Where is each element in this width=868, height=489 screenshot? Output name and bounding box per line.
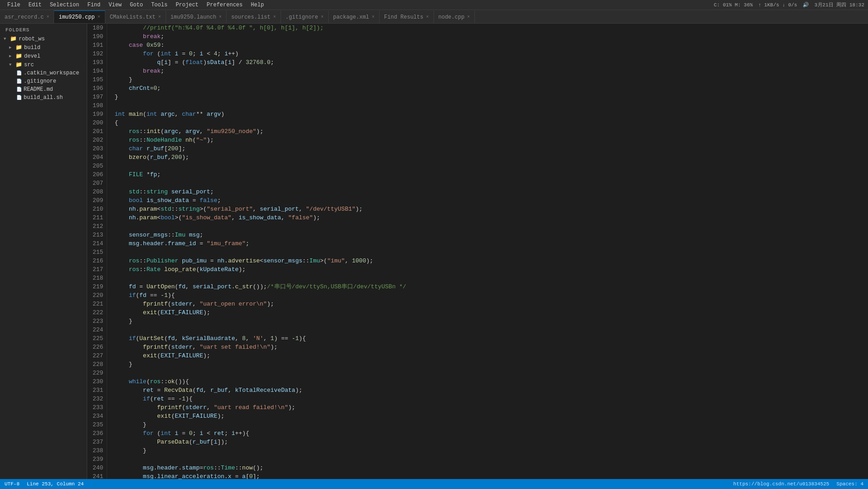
datetime-display: 3月21日 周四 18:32	[814, 1, 864, 8]
tab-imu9250-launch[interactable]: imu9250.launch ×	[166, 10, 227, 23]
menu-goto[interactable]: Goto	[126, 1, 147, 9]
sidebar: FOLDERS ▼ 📁 robot_ws ▶ 📁 build ▶ 📁 devel…	[0, 24, 87, 479]
menu-project[interactable]: Project	[172, 1, 202, 9]
tab-cmakelists[interactable]: CMakeLists.txt ×	[105, 10, 166, 23]
file-icon: 📄	[16, 70, 22, 76]
tab-label: package.xml	[333, 14, 369, 20]
tab-package-xml[interactable]: package.xml ×	[329, 10, 380, 23]
code-content[interactable]: //printf("h:%4.0f %4.0f %4.0f ", h[0], h…	[107, 24, 868, 479]
menu-file[interactable]: File	[4, 1, 24, 9]
code-editor[interactable]: 189 190 191 192 193 194 195 196 197 198 …	[87, 24, 868, 479]
sidebar-item-buildall[interactable]: 📄 build_all.sh	[0, 94, 87, 102]
tab-gitignore[interactable]: .gitignore ×	[281, 10, 329, 23]
tab-label: asr_record.c	[5, 14, 44, 20]
sidebar-label: src	[24, 62, 34, 68]
expand-arrow-icon: ▶	[9, 54, 14, 59]
tab-label: .gitignore	[286, 14, 318, 20]
tab-close-icon[interactable]: ×	[98, 15, 100, 20]
status-right: https://blog.csdn.net/u013834525 Spaces:…	[733, 481, 863, 487]
main-layout: FOLDERS ▼ 📁 robot_ws ▶ 📁 build ▶ 📁 devel…	[0, 24, 868, 479]
line-status: Line 253, Column 24	[27, 481, 84, 487]
tab-label: imu9250.cpp	[59, 14, 94, 20]
tab-close-icon[interactable]: ×	[467, 15, 470, 20]
tab-node-cpp[interactable]: node.cpp ×	[434, 10, 475, 23]
menu-view[interactable]: View	[105, 1, 125, 9]
tab-label: node.cpp	[439, 14, 465, 20]
menu-edit[interactable]: Edit	[25, 1, 45, 9]
file-icon: 📄	[16, 87, 22, 92]
tab-bar: asr_record.c × imu9250.cpp × CMakeLists.…	[0, 10, 868, 24]
menu-help[interactable]: Help	[247, 1, 268, 9]
tab-label: Find Results	[384, 14, 423, 20]
file-icon: 📄	[16, 95, 22, 100]
tab-close-icon[interactable]: ×	[219, 15, 222, 20]
volume-icon: 🔊	[803, 2, 809, 8]
expand-arrow-icon: ▼	[4, 37, 8, 41]
sidebar-label: .catkin_workspace	[24, 70, 79, 76]
file-icon: 📄	[16, 79, 22, 84]
tab-asr-record[interactable]: asr_record.c ×	[0, 10, 54, 23]
sidebar-label: README.md	[24, 86, 53, 93]
sidebar-label: devel	[24, 53, 40, 59]
sidebar-item-readme[interactable]: 📄 README.md	[0, 85, 87, 94]
expand-arrow-icon: ▼	[9, 63, 14, 67]
indent-status: Spaces: 4	[837, 481, 863, 487]
expand-arrow-icon: ▶	[9, 45, 14, 50]
folder-icon: 📁	[15, 61, 22, 68]
status-bar: UTF-8 Line 253, Column 24 https://blog.c…	[0, 479, 868, 489]
status-left: UTF-8 Line 253, Column 24	[5, 481, 84, 487]
menu-items: File Edit Selection Find View Goto Tools…	[4, 1, 267, 9]
menu-bar: File Edit Selection Find View Goto Tools…	[0, 0, 868, 10]
tab-close-icon[interactable]: ×	[321, 15, 324, 20]
tab-close-icon[interactable]: ×	[372, 15, 375, 20]
tab-imu9250-cpp[interactable]: imu9250.cpp ×	[54, 10, 105, 23]
menu-preferences[interactable]: Preferences	[203, 1, 246, 9]
tab-sources-list[interactable]: sources.list ×	[227, 10, 281, 23]
folder-icon: 📁	[15, 44, 22, 51]
sidebar-label: build	[24, 44, 40, 51]
menu-tools[interactable]: Tools	[148, 1, 171, 9]
tab-close-icon[interactable]: ×	[46, 15, 49, 20]
menu-find[interactable]: Find	[84, 1, 104, 9]
network-indicator: ↑ 1KB/s ↓ 0/s	[758, 2, 797, 8]
cpu-mem-indicator: C: 01% M: 36%	[714, 2, 753, 8]
menu-selection[interactable]: Selection	[46, 1, 83, 9]
tab-close-icon[interactable]: ×	[158, 15, 161, 20]
folder-icon: 📁	[15, 53, 22, 59]
sidebar-label: robot_ws	[19, 36, 45, 42]
tab-close-icon[interactable]: ×	[273, 15, 276, 20]
sidebar-item-catkin[interactable]: 📄 .catkin_workspace	[0, 69, 87, 77]
tab-label: CMakeLists.txt	[110, 14, 156, 20]
sidebar-item-gitignore[interactable]: 📄 .gitignore	[0, 77, 87, 85]
sidebar-header: FOLDERS	[0, 24, 87, 35]
line-numbers: 189 190 191 192 193 194 195 196 197 198 …	[87, 24, 107, 479]
tab-close-icon[interactable]: ×	[426, 15, 429, 20]
url-display: https://blog.csdn.net/u013834525	[733, 481, 829, 487]
sidebar-item-src[interactable]: ▼ 📁 src	[0, 60, 87, 69]
sidebar-item-devel[interactable]: ▶ 📁 devel	[0, 52, 87, 60]
tab-label: imu9250.launch	[171, 14, 217, 20]
encoding-status: UTF-8	[5, 481, 20, 487]
tab-find-results[interactable]: Find Results ×	[380, 10, 434, 23]
menu-status-right: C: 01% M: 36% ↑ 1KB/s ↓ 0/s 🔊 3月21日 周四 1…	[714, 1, 864, 8]
sidebar-item-robot-ws[interactable]: ▼ 📁 robot_ws	[0, 35, 87, 43]
folder-icon: 📁	[10, 35, 17, 42]
sidebar-item-build[interactable]: ▶ 📁 build	[0, 43, 87, 52]
sidebar-label: build_all.sh	[24, 94, 63, 101]
sidebar-label: .gitignore	[24, 78, 56, 84]
tab-label: sources.list	[231, 14, 270, 20]
